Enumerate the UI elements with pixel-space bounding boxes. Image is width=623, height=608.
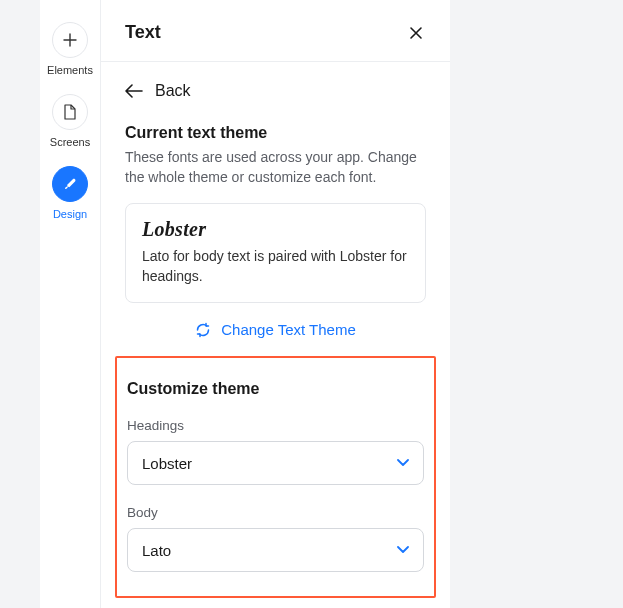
sidebar-item-screens[interactable]: Screens bbox=[50, 94, 90, 148]
close-button[interactable] bbox=[406, 23, 426, 43]
customize-heading: Customize theme bbox=[127, 380, 424, 398]
sidebar-item-elements[interactable]: Elements bbox=[47, 22, 93, 76]
body-value: Lato bbox=[142, 542, 171, 559]
headings-value: Lobster bbox=[142, 455, 192, 472]
back-button[interactable]: Back bbox=[125, 82, 426, 100]
panel-title: Text bbox=[125, 22, 161, 43]
theme-name: Lobster bbox=[142, 218, 409, 241]
change-text-theme-link[interactable]: Change Text Theme bbox=[125, 321, 426, 338]
chevron-down-icon bbox=[397, 459, 409, 467]
text-panel: Text Back Current text theme These fonts… bbox=[100, 0, 450, 608]
sidebar-item-design[interactable]: Design bbox=[52, 166, 88, 220]
current-theme-description: These fonts are used across your app. Ch… bbox=[125, 148, 426, 187]
current-theme-heading: Current text theme bbox=[125, 124, 426, 142]
theme-description: Lato for body text is paired with Lobste… bbox=[142, 247, 409, 286]
headings-label: Headings bbox=[127, 418, 424, 433]
customize-highlight: Customize theme Headings Lobster Body La… bbox=[115, 356, 436, 598]
sidebar-item-label: Elements bbox=[47, 64, 93, 76]
arrow-left-icon bbox=[125, 84, 143, 98]
document-icon bbox=[52, 94, 88, 130]
brush-icon bbox=[52, 166, 88, 202]
refresh-icon bbox=[195, 322, 211, 338]
sidebar: Elements Screens Design bbox=[40, 0, 100, 608]
close-icon bbox=[408, 25, 424, 41]
panel-header: Text bbox=[101, 0, 450, 62]
plus-icon bbox=[52, 22, 88, 58]
back-label: Back bbox=[155, 82, 191, 100]
body-select[interactable]: Lato bbox=[127, 528, 424, 572]
body-label: Body bbox=[127, 505, 424, 520]
sidebar-item-label: Screens bbox=[50, 136, 90, 148]
change-text-theme-label: Change Text Theme bbox=[221, 321, 356, 338]
headings-select[interactable]: Lobster bbox=[127, 441, 424, 485]
right-gutter bbox=[450, 0, 623, 608]
chevron-down-icon bbox=[397, 546, 409, 554]
theme-card: Lobster Lato for body text is paired wit… bbox=[125, 203, 426, 303]
sidebar-item-label: Design bbox=[53, 208, 87, 220]
